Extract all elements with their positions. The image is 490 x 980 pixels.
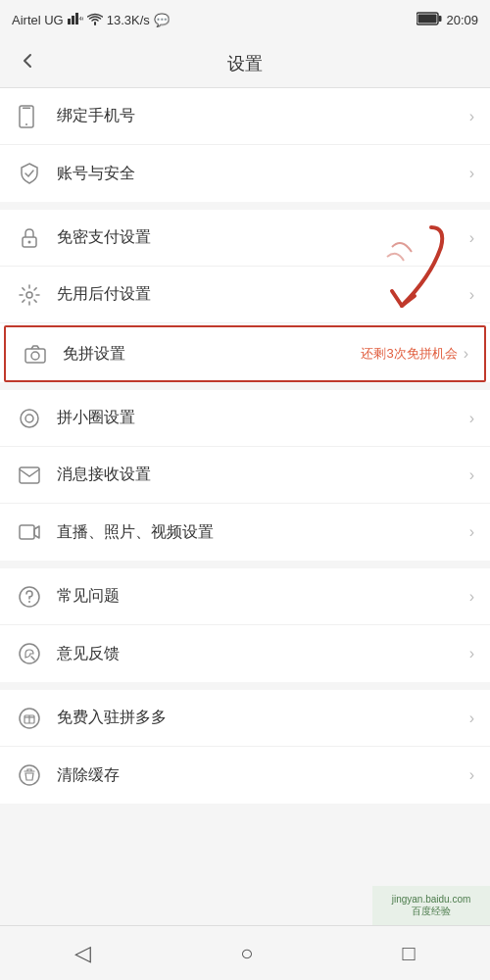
arrow-icon-6: ›: [469, 466, 474, 484]
svg-rect-0: [68, 19, 71, 24]
status-bar: Airtel UG 4G 13.3K/s 💬: [0, 0, 490, 39]
feedback-item[interactable]: 意见反馈 ›: [0, 625, 490, 682]
account-security-item[interactable]: 账号与安全 ›: [0, 145, 490, 202]
svg-point-9: [25, 123, 27, 125]
message-item[interactable]: 消息接收设置 ›: [0, 447, 490, 504]
svg-point-21: [20, 644, 39, 663]
status-right: 20:09: [416, 12, 478, 28]
time-text: 20:09: [446, 13, 478, 27]
envelope-icon: [16, 462, 43, 489]
feedback-label: 意见反馈: [57, 644, 469, 664]
svg-rect-1: [72, 16, 74, 24]
arrow-icon-3: ›: [469, 286, 474, 304]
faq-item[interactable]: 常见问题 ›: [0, 568, 490, 625]
svg-point-15: [21, 410, 38, 427]
svg-text:4G: 4G: [78, 16, 83, 22]
svg-rect-13: [25, 349, 45, 363]
page-title: 设置: [227, 52, 263, 75]
clear-cache-label: 清除缓存: [57, 765, 469, 786]
clear-cache-item[interactable]: 清除缓存 ›: [0, 747, 490, 804]
wifi-icon: [87, 12, 103, 28]
svg-rect-8: [23, 107, 30, 109]
network-icon: 4G: [68, 11, 83, 29]
arrow-icon-0: ›: [469, 108, 474, 125]
circle-icon: [16, 405, 43, 432]
svg-point-12: [26, 292, 32, 298]
nav-recent-button[interactable]: □: [403, 941, 416, 966]
svg-point-16: [25, 415, 33, 422]
watermark-line1: jingyan.baidu.com: [392, 894, 471, 905]
svg-rect-18: [20, 525, 34, 539]
faq-label: 常见问题: [57, 586, 469, 607]
media-item[interactable]: 直播、照片、视频设置 ›: [0, 504, 490, 561]
watermark: jingyan.baidu.com 百度经验: [372, 886, 490, 925]
wechat-icon: 💬: [154, 13, 170, 27]
bind-phone-item[interactable]: 绑定手机号 ›: [0, 88, 490, 145]
arrow-icon-8: ›: [469, 588, 474, 606]
battery-icon: [416, 12, 442, 28]
free-pay-item[interactable]: 免密支付设置 ›: [0, 210, 490, 267]
join-pinduoduo-item[interactable]: 免费入驻拼多多 ›: [0, 690, 490, 747]
media-label: 直播、照片、视频设置: [57, 522, 469, 543]
nav-home-button[interactable]: ○: [240, 941, 253, 966]
pay-later-label: 先用后付设置: [57, 284, 469, 305]
arrow-icon-2: ›: [469, 229, 474, 247]
status-left: Airtel UG 4G 13.3K/s 💬: [12, 11, 170, 29]
bind-phone-label: 绑定手机号: [57, 106, 469, 126]
svg-point-20: [28, 601, 30, 603]
arrow-icon-4: ›: [464, 345, 468, 363]
section-5: 免费入驻拼多多 › 清除缓存 ›: [0, 690, 490, 804]
shield-icon: [16, 160, 43, 187]
camera-icon: [22, 340, 49, 368]
arrow-icon-9: ›: [469, 645, 474, 662]
spell-circle-label: 拼小圈设置: [57, 408, 469, 428]
arrow-icon-7: ›: [469, 523, 474, 541]
section-2: 免密支付设置 › 先用后付设置 ›: [0, 210, 490, 382]
back-button[interactable]: [16, 49, 39, 77]
spell-circle-item[interactable]: 拼小圈设置 ›: [0, 390, 490, 447]
arrow-icon-11: ›: [469, 766, 474, 784]
watermark-line2: 百度经验: [412, 905, 451, 918]
bottom-nav: ◁ ○ □: [0, 925, 490, 980]
free-spell-label: 免拼设置: [63, 344, 361, 365]
section-4: 常见问题 › 意见反馈 ›: [0, 568, 490, 682]
svg-point-14: [31, 352, 39, 360]
free-spell-item[interactable]: 免拼设置 还剩3次免拼机会 ›: [4, 325, 486, 382]
phone-icon: [16, 103, 43, 130]
gear-icon: [16, 281, 43, 309]
svg-point-11: [28, 240, 31, 243]
section-3: 拼小圈设置 › 消息接收设置 › 直播、照片、视频设置 ›: [0, 390, 490, 561]
svg-rect-5: [439, 16, 442, 22]
svg-point-24: [20, 765, 39, 785]
store-icon: [16, 705, 43, 732]
lock-icon: [16, 224, 43, 252]
speed-text: 13.3K/s: [107, 13, 150, 27]
pay-later-item[interactable]: 先用后付设置 ›: [0, 267, 490, 323]
trash-icon: [16, 761, 43, 789]
message-label: 消息接收设置: [57, 465, 469, 485]
edit-icon: [16, 640, 43, 667]
video-icon: [16, 518, 43, 546]
free-spell-hint: 还剩3次免拼机会: [361, 345, 457, 363]
account-security-label: 账号与安全: [57, 164, 469, 184]
arrow-icon-5: ›: [469, 410, 474, 427]
annotation-container: 免拼设置 还剩3次免拼机会 ›: [0, 325, 490, 382]
header: 设置: [0, 39, 490, 88]
section-1: 绑定手机号 › 账号与安全 ›: [0, 88, 490, 202]
arrow-icon-10: ›: [469, 710, 474, 727]
svg-rect-17: [20, 467, 39, 483]
join-pinduoduo-label: 免费入驻拼多多: [57, 708, 469, 728]
arrow-icon-1: ›: [469, 165, 474, 182]
svg-rect-6: [418, 14, 437, 23]
carrier-text: Airtel UG: [12, 13, 64, 27]
nav-back-button[interactable]: ◁: [74, 941, 91, 966]
free-pay-label: 免密支付设置: [57, 227, 469, 248]
question-icon: [16, 583, 43, 611]
